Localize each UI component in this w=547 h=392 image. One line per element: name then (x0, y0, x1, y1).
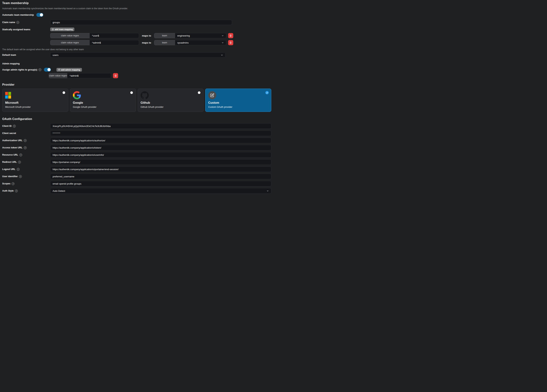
client-secret-label: Client secret (2, 132, 16, 135)
help-icon[interactable] (24, 139, 27, 142)
admin-mapping-heading: Admin mapping (2, 62, 271, 65)
redirect-url-row: Redirect URL (2, 159, 271, 165)
delete-team-mapping-button[interactable] (228, 33, 233, 38)
default-team-note: The default team will be assigned when t… (2, 48, 271, 51)
team-addon: team (154, 33, 175, 38)
help-icon[interactable] (24, 146, 27, 149)
help-icon[interactable] (13, 125, 16, 128)
default-team-row: Default team users (2, 52, 271, 58)
maps-to-label: maps to (142, 34, 151, 37)
provider-card-title: Github (141, 101, 201, 104)
oauth-configuration-heading: OAuth Configuration (2, 117, 271, 121)
user-identifier-input[interactable] (50, 174, 271, 179)
logout-url-label: Logout URL (2, 168, 15, 171)
delete-team-mapping-button[interactable] (228, 40, 233, 45)
automatic-team-membership-label: Automatic team membership (2, 14, 34, 16)
assign-admin-rights-label: Assign admin rights to group(s) (2, 69, 37, 71)
team-mapping-row: claim value regex maps to team engineeri… (50, 33, 233, 38)
client-secret-input[interactable] (50, 131, 271, 136)
help-icon[interactable] (19, 175, 22, 178)
provider-card-google[interactable]: Google Google OAuth provider (70, 89, 136, 112)
resource-url-row: Resource URL (2, 152, 271, 158)
access-token-url-label: Access token URL (2, 146, 22, 149)
claim-value-regex-addon: claim value regex (50, 40, 89, 45)
access-token-url-row: Access token URL (2, 145, 271, 151)
chevron-down-icon (221, 54, 223, 56)
team-select[interactable]: sysadmins (175, 40, 226, 45)
admin-claim-value-regex-input[interactable] (67, 73, 111, 78)
help-icon[interactable] (16, 21, 19, 24)
default-team-select[interactable]: users (50, 52, 226, 58)
toggle-knob (48, 68, 51, 71)
help-icon[interactable] (18, 161, 21, 164)
maps-to-label: maps to (142, 41, 151, 44)
statically-assigned-teams-label: Statically assigned teams (2, 28, 30, 31)
team-addon: team (154, 40, 175, 45)
auth-style-label: Auth Style (2, 190, 14, 192)
help-icon[interactable] (12, 182, 14, 185)
chevron-down-icon (267, 190, 269, 192)
trash-icon (114, 75, 117, 77)
resource-url-label: Resource URL (2, 154, 18, 156)
provider-card-custom[interactable]: Custom Custom OAuth provider (205, 89, 271, 112)
provider-card-title: Custom (208, 101, 268, 104)
provider-card-title: Google (73, 101, 133, 104)
client-id-row: Client ID (2, 123, 271, 129)
add-team-mapping-button[interactable]: add team mapping (50, 28, 74, 31)
auth-style-row: Auth Style Auto Detect (2, 188, 271, 194)
claim-value-regex-input[interactable] (89, 40, 139, 45)
claim-name-row: Claim name (2, 20, 271, 25)
help-icon[interactable] (39, 68, 41, 71)
team-membership-heading: Team membership (2, 1, 271, 5)
help-icon[interactable] (15, 190, 18, 192)
radio-unselected-icon (62, 91, 65, 94)
default-team-label: Default team (2, 54, 16, 56)
chevron-down-icon (221, 34, 224, 37)
provider-card-title: Microsoft (5, 101, 65, 104)
auth-style-select[interactable]: Auto Detect (50, 188, 271, 194)
team-mapping-row: claim value regex maps to team sysadmins (50, 40, 233, 45)
chevron-down-icon (221, 41, 224, 44)
plus-circle-icon (58, 69, 60, 71)
claim-name-input[interactable] (50, 20, 232, 25)
automatic-team-membership-toggle[interactable] (36, 13, 43, 17)
claim-value-regex-input[interactable] (89, 33, 139, 38)
provider-card-description: Microsoft OAuth provider (5, 106, 65, 108)
authorization-url-input[interactable] (50, 138, 271, 143)
radio-unselected-icon (130, 91, 133, 94)
admin-mapping-regex-row: claim value regex (49, 73, 271, 78)
edit-icon (210, 93, 214, 97)
client-id-input[interactable] (50, 123, 271, 129)
scopes-label: Scopes (2, 182, 10, 185)
redirect-url-label: Redirect URL (2, 161, 17, 163)
provider-card-microsoft[interactable]: Microsoft Microsoft OAuth provider (2, 89, 68, 112)
logout-url-input[interactable] (50, 166, 271, 172)
provider-heading: Provider (2, 83, 271, 86)
add-admin-mapping-button[interactable]: add admin mapping (56, 68, 82, 72)
authorization-url-row: Authorization URL (2, 138, 271, 143)
delete-admin-mapping-button[interactable] (113, 73, 118, 78)
provider-card-description: Github OAuth provider (141, 106, 201, 108)
assign-admin-rights-row: Assign admin rights to group(s) add admi… (2, 68, 271, 72)
help-icon[interactable] (19, 154, 22, 156)
github-logo-icon (141, 91, 149, 99)
toggle-knob (40, 13, 43, 16)
google-logo-icon (73, 91, 81, 99)
microsoft-logo-icon (5, 92, 11, 99)
logout-url-row: Logout URL (2, 166, 271, 172)
assign-admin-rights-toggle[interactable] (44, 68, 51, 72)
claim-value-regex-addon: claim value regex (50, 33, 89, 38)
help-icon[interactable] (17, 168, 20, 171)
provider-card-description: Google OAuth provider (73, 106, 133, 108)
scopes-row: Scopes (2, 181, 271, 186)
user-identifier-label: User identifier (2, 175, 18, 178)
claim-name-label: Claim name (2, 21, 15, 24)
access-token-url-input[interactable] (50, 145, 271, 151)
redirect-url-input[interactable] (50, 159, 271, 165)
selected-check-icon (265, 91, 269, 94)
provider-card-github[interactable]: Github Github OAuth provider (138, 89, 204, 112)
team-select[interactable]: engineering (175, 33, 226, 38)
resource-url-input[interactable] (50, 152, 271, 158)
trash-icon (229, 41, 232, 44)
scopes-input[interactable] (50, 181, 271, 186)
